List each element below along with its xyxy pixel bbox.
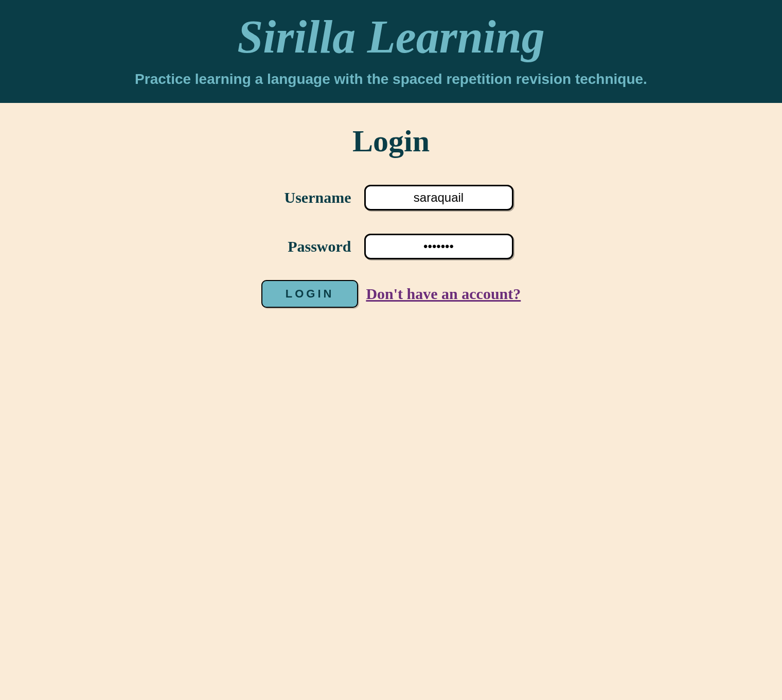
password-row: Password [0, 234, 782, 259]
username-row: Username [0, 185, 782, 211]
page-title: Login [0, 124, 782, 159]
username-input[interactable] [364, 185, 513, 211]
action-row: LOGIN Don't have an account? [0, 280, 782, 308]
main-content: Login Username Password LOGIN Don't have… [0, 103, 782, 308]
site-tagline: Practice learning a language with the sp… [0, 71, 782, 87]
login-button[interactable]: LOGIN [261, 280, 359, 308]
signup-link[interactable]: Don't have an account? [366, 285, 521, 303]
password-input[interactable] [364, 234, 513, 259]
username-label: Username [269, 189, 351, 206]
site-title: Sirilla Learning [0, 10, 782, 63]
password-label: Password [269, 238, 351, 255]
header: Sirilla Learning Practice learning a lan… [0, 0, 782, 103]
